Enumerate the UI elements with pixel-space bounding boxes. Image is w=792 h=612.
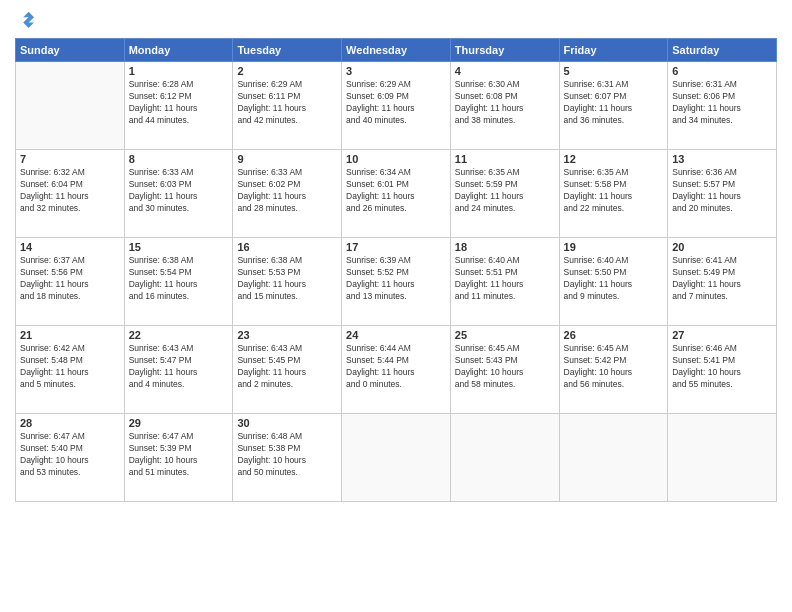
calendar-cell bbox=[16, 62, 125, 150]
calendar-week-row: 28Sunrise: 6:47 AM Sunset: 5:40 PM Dayli… bbox=[16, 414, 777, 502]
weekday-header-wednesday: Wednesday bbox=[342, 39, 451, 62]
calendar-cell: 5Sunrise: 6:31 AM Sunset: 6:07 PM Daylig… bbox=[559, 62, 668, 150]
day-info: Sunrise: 6:43 AM Sunset: 5:47 PM Dayligh… bbox=[129, 343, 229, 391]
day-number: 7 bbox=[20, 153, 120, 165]
day-info: Sunrise: 6:45 AM Sunset: 5:43 PM Dayligh… bbox=[455, 343, 555, 391]
day-number: 19 bbox=[564, 241, 664, 253]
calendar-cell: 20Sunrise: 6:41 AM Sunset: 5:49 PM Dayli… bbox=[668, 238, 777, 326]
day-number: 25 bbox=[455, 329, 555, 341]
day-info: Sunrise: 6:34 AM Sunset: 6:01 PM Dayligh… bbox=[346, 167, 446, 215]
weekday-header-row: SundayMondayTuesdayWednesdayThursdayFrid… bbox=[16, 39, 777, 62]
day-info: Sunrise: 6:39 AM Sunset: 5:52 PM Dayligh… bbox=[346, 255, 446, 303]
calendar-cell: 17Sunrise: 6:39 AM Sunset: 5:52 PM Dayli… bbox=[342, 238, 451, 326]
day-number: 5 bbox=[564, 65, 664, 77]
day-number: 4 bbox=[455, 65, 555, 77]
calendar-cell: 19Sunrise: 6:40 AM Sunset: 5:50 PM Dayli… bbox=[559, 238, 668, 326]
day-number: 10 bbox=[346, 153, 446, 165]
calendar-cell bbox=[342, 414, 451, 502]
logo-icon bbox=[16, 10, 34, 28]
page: SundayMondayTuesdayWednesdayThursdayFrid… bbox=[0, 0, 792, 612]
calendar-cell: 7Sunrise: 6:32 AM Sunset: 6:04 PM Daylig… bbox=[16, 150, 125, 238]
day-info: Sunrise: 6:33 AM Sunset: 6:02 PM Dayligh… bbox=[237, 167, 337, 215]
day-number: 16 bbox=[237, 241, 337, 253]
weekday-header-sunday: Sunday bbox=[16, 39, 125, 62]
calendar-cell: 8Sunrise: 6:33 AM Sunset: 6:03 PM Daylig… bbox=[124, 150, 233, 238]
calendar-cell bbox=[450, 414, 559, 502]
calendar-cell: 4Sunrise: 6:30 AM Sunset: 6:08 PM Daylig… bbox=[450, 62, 559, 150]
calendar-cell: 9Sunrise: 6:33 AM Sunset: 6:02 PM Daylig… bbox=[233, 150, 342, 238]
day-info: Sunrise: 6:30 AM Sunset: 6:08 PM Dayligh… bbox=[455, 79, 555, 127]
day-number: 21 bbox=[20, 329, 120, 341]
day-number: 22 bbox=[129, 329, 229, 341]
day-number: 26 bbox=[564, 329, 664, 341]
day-info: Sunrise: 6:29 AM Sunset: 6:09 PM Dayligh… bbox=[346, 79, 446, 127]
calendar-cell: 21Sunrise: 6:42 AM Sunset: 5:48 PM Dayli… bbox=[16, 326, 125, 414]
day-number: 13 bbox=[672, 153, 772, 165]
calendar-cell: 16Sunrise: 6:38 AM Sunset: 5:53 PM Dayli… bbox=[233, 238, 342, 326]
day-info: Sunrise: 6:42 AM Sunset: 5:48 PM Dayligh… bbox=[20, 343, 120, 391]
calendar-cell: 25Sunrise: 6:45 AM Sunset: 5:43 PM Dayli… bbox=[450, 326, 559, 414]
calendar-cell: 15Sunrise: 6:38 AM Sunset: 5:54 PM Dayli… bbox=[124, 238, 233, 326]
calendar-cell bbox=[668, 414, 777, 502]
weekday-header-thursday: Thursday bbox=[450, 39, 559, 62]
day-number: 17 bbox=[346, 241, 446, 253]
weekday-header-friday: Friday bbox=[559, 39, 668, 62]
day-number: 28 bbox=[20, 417, 120, 429]
day-info: Sunrise: 6:35 AM Sunset: 5:58 PM Dayligh… bbox=[564, 167, 664, 215]
calendar-cell: 12Sunrise: 6:35 AM Sunset: 5:58 PM Dayli… bbox=[559, 150, 668, 238]
day-number: 9 bbox=[237, 153, 337, 165]
day-number: 6 bbox=[672, 65, 772, 77]
day-info: Sunrise: 6:45 AM Sunset: 5:42 PM Dayligh… bbox=[564, 343, 664, 391]
day-info: Sunrise: 6:28 AM Sunset: 6:12 PM Dayligh… bbox=[129, 79, 229, 127]
calendar-cell: 18Sunrise: 6:40 AM Sunset: 5:51 PM Dayli… bbox=[450, 238, 559, 326]
calendar-cell: 23Sunrise: 6:43 AM Sunset: 5:45 PM Dayli… bbox=[233, 326, 342, 414]
day-info: Sunrise: 6:47 AM Sunset: 5:39 PM Dayligh… bbox=[129, 431, 229, 479]
calendar: SundayMondayTuesdayWednesdayThursdayFrid… bbox=[15, 38, 777, 502]
day-info: Sunrise: 6:38 AM Sunset: 5:53 PM Dayligh… bbox=[237, 255, 337, 303]
day-info: Sunrise: 6:44 AM Sunset: 5:44 PM Dayligh… bbox=[346, 343, 446, 391]
day-number: 27 bbox=[672, 329, 772, 341]
day-info: Sunrise: 6:35 AM Sunset: 5:59 PM Dayligh… bbox=[455, 167, 555, 215]
calendar-cell: 13Sunrise: 6:36 AM Sunset: 5:57 PM Dayli… bbox=[668, 150, 777, 238]
calendar-week-row: 7Sunrise: 6:32 AM Sunset: 6:04 PM Daylig… bbox=[16, 150, 777, 238]
day-info: Sunrise: 6:48 AM Sunset: 5:38 PM Dayligh… bbox=[237, 431, 337, 479]
calendar-cell: 26Sunrise: 6:45 AM Sunset: 5:42 PM Dayli… bbox=[559, 326, 668, 414]
day-number: 29 bbox=[129, 417, 229, 429]
day-info: Sunrise: 6:32 AM Sunset: 6:04 PM Dayligh… bbox=[20, 167, 120, 215]
calendar-cell: 11Sunrise: 6:35 AM Sunset: 5:59 PM Dayli… bbox=[450, 150, 559, 238]
calendar-cell: 24Sunrise: 6:44 AM Sunset: 5:44 PM Dayli… bbox=[342, 326, 451, 414]
day-number: 20 bbox=[672, 241, 772, 253]
day-number: 23 bbox=[237, 329, 337, 341]
day-number: 30 bbox=[237, 417, 337, 429]
day-info: Sunrise: 6:38 AM Sunset: 5:54 PM Dayligh… bbox=[129, 255, 229, 303]
day-info: Sunrise: 6:31 AM Sunset: 6:06 PM Dayligh… bbox=[672, 79, 772, 127]
day-number: 11 bbox=[455, 153, 555, 165]
svg-marker-0 bbox=[23, 12, 34, 28]
day-info: Sunrise: 6:47 AM Sunset: 5:40 PM Dayligh… bbox=[20, 431, 120, 479]
day-info: Sunrise: 6:41 AM Sunset: 5:49 PM Dayligh… bbox=[672, 255, 772, 303]
logo bbox=[15, 10, 37, 32]
day-info: Sunrise: 6:43 AM Sunset: 5:45 PM Dayligh… bbox=[237, 343, 337, 391]
calendar-week-row: 14Sunrise: 6:37 AM Sunset: 5:56 PM Dayli… bbox=[16, 238, 777, 326]
day-number: 24 bbox=[346, 329, 446, 341]
day-info: Sunrise: 6:40 AM Sunset: 5:50 PM Dayligh… bbox=[564, 255, 664, 303]
day-number: 15 bbox=[129, 241, 229, 253]
calendar-cell: 2Sunrise: 6:29 AM Sunset: 6:11 PM Daylig… bbox=[233, 62, 342, 150]
day-info: Sunrise: 6:36 AM Sunset: 5:57 PM Dayligh… bbox=[672, 167, 772, 215]
day-info: Sunrise: 6:40 AM Sunset: 5:51 PM Dayligh… bbox=[455, 255, 555, 303]
calendar-cell: 1Sunrise: 6:28 AM Sunset: 6:12 PM Daylig… bbox=[124, 62, 233, 150]
calendar-cell: 6Sunrise: 6:31 AM Sunset: 6:06 PM Daylig… bbox=[668, 62, 777, 150]
calendar-cell bbox=[559, 414, 668, 502]
header bbox=[15, 10, 777, 32]
calendar-cell: 22Sunrise: 6:43 AM Sunset: 5:47 PM Dayli… bbox=[124, 326, 233, 414]
calendar-cell: 10Sunrise: 6:34 AM Sunset: 6:01 PM Dayli… bbox=[342, 150, 451, 238]
day-number: 2 bbox=[237, 65, 337, 77]
day-info: Sunrise: 6:46 AM Sunset: 5:41 PM Dayligh… bbox=[672, 343, 772, 391]
calendar-cell: 3Sunrise: 6:29 AM Sunset: 6:09 PM Daylig… bbox=[342, 62, 451, 150]
day-info: Sunrise: 6:31 AM Sunset: 6:07 PM Dayligh… bbox=[564, 79, 664, 127]
day-number: 18 bbox=[455, 241, 555, 253]
day-info: Sunrise: 6:33 AM Sunset: 6:03 PM Dayligh… bbox=[129, 167, 229, 215]
day-info: Sunrise: 6:29 AM Sunset: 6:11 PM Dayligh… bbox=[237, 79, 337, 127]
day-number: 1 bbox=[129, 65, 229, 77]
calendar-week-row: 1Sunrise: 6:28 AM Sunset: 6:12 PM Daylig… bbox=[16, 62, 777, 150]
